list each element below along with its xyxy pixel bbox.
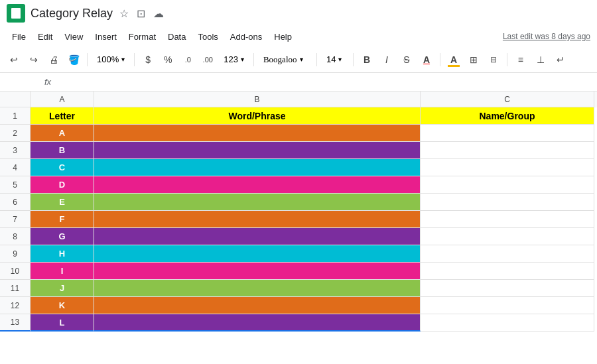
- cell-c7[interactable]: [421, 211, 594, 228]
- menu-data[interactable]: Data: [163, 30, 191, 44]
- last-edit-status: Last edit was 8 days ago: [503, 32, 590, 41]
- star-icon[interactable]: ☆: [119, 7, 129, 20]
- cell-a5[interactable]: D: [31, 176, 94, 194]
- percent-button[interactable]: %: [159, 51, 176, 68]
- row-number-6: 6: [0, 194, 31, 211]
- font-size-dropdown[interactable]: 14 ▾: [322, 52, 348, 66]
- cell-b3[interactable]: [94, 142, 421, 159]
- separator-1: [87, 53, 88, 66]
- halign-button[interactable]: ≡: [512, 51, 529, 68]
- folder-icon[interactable]: ⊡: [137, 7, 145, 20]
- highlight-color-swatch: [448, 65, 460, 67]
- dec-two-button[interactable]: .00: [199, 51, 216, 68]
- undo-button[interactable]: ↩: [5, 51, 23, 68]
- cell-b5[interactable]: [94, 176, 421, 194]
- cloud-icon[interactable]: ☁: [153, 7, 164, 20]
- cell-c9[interactable]: [421, 245, 594, 263]
- cell-c6[interactable]: [421, 194, 594, 211]
- col-header-b[interactable]: B: [94, 91, 421, 107]
- zoom-value: 100%: [97, 54, 119, 64]
- formula-input[interactable]: [56, 77, 594, 87]
- menu-tools[interactable]: Tools: [192, 30, 223, 44]
- italic-button[interactable]: I: [378, 51, 395, 68]
- menu-insert[interactable]: Insert: [90, 30, 122, 44]
- cell-a2[interactable]: A: [31, 125, 94, 142]
- document-title[interactable]: Category Relay: [31, 7, 113, 21]
- table-row: 13 L: [0, 314, 597, 332]
- cell-c4[interactable]: [421, 159, 594, 176]
- dollar-button[interactable]: $: [139, 51, 157, 68]
- cell-a1[interactable]: Letter: [31, 107, 94, 125]
- menu-help[interactable]: Help: [269, 30, 297, 44]
- table-row: 9 H: [0, 245, 597, 263]
- cell-c12[interactable]: [421, 297, 594, 314]
- menu-file[interactable]: File: [7, 30, 31, 44]
- dec-zero-button[interactable]: .0: [179, 51, 196, 68]
- cell-c2[interactable]: [421, 125, 594, 142]
- cell-a12[interactable]: K: [31, 297, 94, 314]
- cell-c5[interactable]: [421, 176, 594, 194]
- menu-format[interactable]: Format: [123, 30, 161, 44]
- cell-a6[interactable]: E: [31, 194, 94, 211]
- borders-button[interactable]: ⊞: [465, 51, 482, 68]
- redo-button[interactable]: ↪: [25, 51, 42, 68]
- cell-b11[interactable]: [94, 280, 421, 297]
- more-formats-label: 123: [224, 54, 238, 64]
- table-row: 10 I: [0, 263, 597, 280]
- separator-5: [353, 53, 354, 66]
- col-header-c[interactable]: C: [421, 91, 594, 107]
- cell-a13[interactable]: L: [31, 314, 94, 332]
- fx-label: fx: [39, 77, 56, 87]
- cell-a11[interactable]: J: [31, 280, 94, 297]
- cell-a9[interactable]: H: [31, 245, 94, 263]
- cell-a8[interactable]: G: [31, 228, 94, 245]
- paint-format-button[interactable]: 🪣: [65, 51, 82, 68]
- cell-a7[interactable]: F: [31, 211, 94, 228]
- title-bar: Category Relay ☆ ⊡ ☁: [0, 0, 597, 27]
- separator-7: [507, 53, 507, 66]
- col-header-a[interactable]: A: [31, 91, 94, 107]
- cell-b10[interactable]: [94, 263, 421, 280]
- row-number-5: 5: [0, 176, 31, 194]
- menu-edit[interactable]: Edit: [33, 30, 58, 44]
- cell-a4[interactable]: C: [31, 159, 94, 176]
- cell-c1[interactable]: Name/Group: [421, 107, 594, 125]
- cell-a10[interactable]: I: [31, 263, 94, 280]
- cell-b1[interactable]: Word/Phrase: [94, 107, 421, 125]
- font-name-value: Boogaloo: [263, 54, 297, 65]
- merge-cells-button[interactable]: ⊟: [485, 51, 502, 68]
- more-formats-dropdown[interactable]: 123 ▾: [219, 52, 249, 66]
- cell-b8[interactable]: [94, 228, 421, 245]
- row-number-11: 11: [0, 280, 31, 297]
- cell-b2[interactable]: [94, 125, 421, 142]
- cell-b7[interactable]: [94, 211, 421, 228]
- bold-button[interactable]: B: [358, 51, 375, 68]
- row-number-12: 12: [0, 297, 31, 314]
- cell-c13[interactable]: [421, 314, 594, 332]
- zoom-dropdown[interactable]: 100% ▾: [92, 52, 129, 66]
- cell-c8[interactable]: [421, 228, 594, 245]
- row-number-1: 1: [0, 107, 31, 125]
- font-color-button[interactable]: A: [418, 51, 435, 68]
- cell-b9[interactable]: [94, 245, 421, 263]
- table-row: 11 J: [0, 280, 597, 297]
- cell-c11[interactable]: [421, 280, 594, 297]
- cell-a3[interactable]: B: [31, 142, 94, 159]
- wrap-button[interactable]: ↵: [552, 51, 569, 68]
- menu-addons[interactable]: Add-ons: [225, 30, 267, 44]
- cell-c3[interactable]: [421, 142, 594, 159]
- toolbar: ↩ ↪ 🖨 🪣 100% ▾ $ % .0 .00 123 ▾ Boogaloo…: [0, 46, 597, 73]
- print-button[interactable]: 🖨: [45, 51, 62, 68]
- cell-b13[interactable]: [94, 314, 421, 332]
- zoom-chevron-icon: ▾: [121, 56, 125, 63]
- highlight-color-button[interactable]: A: [445, 51, 462, 68]
- cell-b6[interactable]: [94, 194, 421, 211]
- menu-view[interactable]: View: [59, 30, 88, 44]
- strikethrough-button[interactable]: S: [398, 51, 415, 68]
- cell-c10[interactable]: [421, 263, 594, 280]
- valign-button[interactable]: ⊥: [532, 51, 549, 68]
- cell-b4[interactable]: [94, 159, 421, 176]
- more-formats-chevron-icon: ▾: [241, 56, 244, 63]
- font-name-dropdown[interactable]: Boogaloo ▾: [259, 52, 312, 67]
- cell-b12[interactable]: [94, 297, 421, 314]
